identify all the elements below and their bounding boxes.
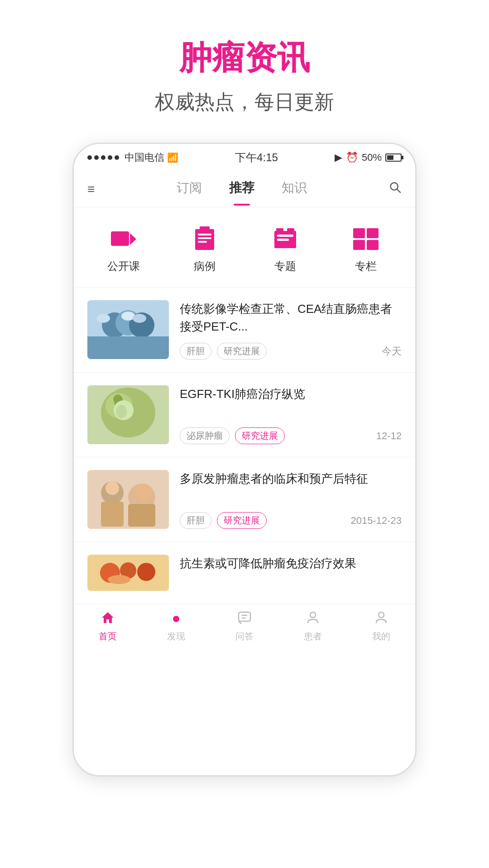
article-thumb-3 xyxy=(87,470,169,529)
tag-gangdan2: 肝胆 xyxy=(180,512,211,529)
category-column-label: 专栏 xyxy=(355,259,377,273)
tag-research2: 研究进展 xyxy=(235,427,285,444)
signal-dot-5 xyxy=(115,155,119,160)
category-open-class-label: 公开课 xyxy=(107,259,140,273)
nav-patient-label: 患者 xyxy=(304,630,322,643)
video-icon xyxy=(108,225,139,253)
nav-discover[interactable]: 发现 xyxy=(142,604,211,649)
article-content-1: 传统影像学检查正常、CEA结直肠癌患者接受PET-C... 肝胆 研究进展 今天 xyxy=(180,300,402,360)
tab-subscribe[interactable]: 订阅 xyxy=(177,179,202,199)
nav-home[interactable]: 首页 xyxy=(74,604,142,649)
category-cases[interactable]: 病例 xyxy=(189,225,221,273)
svg-rect-14 xyxy=(276,228,283,232)
article-item[interactable]: 多原发肿瘤患者的临床和预产后特征 肝胆 研究进展 2015-12-23 xyxy=(74,457,415,542)
discover-dot xyxy=(173,616,179,622)
category-topics-label: 专题 xyxy=(274,259,296,273)
wifi-icon: 📶 xyxy=(167,152,178,163)
svg-rect-37 xyxy=(101,502,124,527)
svg-rect-24 xyxy=(87,336,169,359)
category-column[interactable]: 专栏 xyxy=(350,225,382,273)
tag-research1: 研究进展 xyxy=(217,343,267,360)
category-topics[interactable]: 专题 xyxy=(269,225,301,273)
svg-point-33 xyxy=(116,405,127,418)
svg-marker-46 xyxy=(102,612,114,623)
nav-qa[interactable]: 问答 xyxy=(211,604,279,649)
tag-urinary: 泌尿肿瘤 xyxy=(180,427,230,444)
menu-icon[interactable]: ≡ xyxy=(87,182,95,197)
page-subtitle: 权威热点，每日更新 xyxy=(155,89,334,115)
svg-rect-16 xyxy=(353,228,365,238)
article-title-1: 传统影像学检查正常、CEA结直肠癌患者接受PET-C... xyxy=(180,300,402,336)
nav-discover-label: 发现 xyxy=(167,630,185,643)
location-icon: ▶ xyxy=(335,152,342,163)
discover-icon xyxy=(173,611,179,628)
qa-icon xyxy=(238,611,251,628)
signal-dot-1 xyxy=(87,155,92,160)
svg-rect-8 xyxy=(198,241,207,243)
article-content-4: 抗生素或可降低肿瘤免疫治疗效果 xyxy=(180,555,402,591)
svg-rect-25 xyxy=(96,314,110,323)
svg-point-39 xyxy=(105,481,119,495)
svg-rect-27 xyxy=(133,314,146,323)
carrier-name: 中国电信 xyxy=(125,151,164,164)
nav-items: 订阅 推荐 知识 xyxy=(95,179,389,199)
nav-mine-label: 我的 xyxy=(372,630,390,643)
svg-point-40 xyxy=(136,484,152,500)
search-icon[interactable] xyxy=(389,181,402,197)
signal-dot-3 xyxy=(101,155,105,160)
article-meta-3: 肝胆 研究进展 2015-12-23 xyxy=(180,512,402,529)
patient-icon xyxy=(306,611,320,628)
svg-rect-15 xyxy=(287,228,294,232)
article-meta-2: 泌尿肿瘤 研究进展 12-12 xyxy=(180,427,402,444)
article-date-3: 2015-12-23 xyxy=(350,515,402,527)
svg-line-1 xyxy=(397,189,401,193)
svg-rect-12 xyxy=(277,235,293,237)
svg-point-45 xyxy=(108,575,130,584)
article-thumb-2 xyxy=(87,385,169,444)
article-item[interactable]: 抗生素或可降低肿瘤免疫治疗效果 xyxy=(74,542,415,604)
article-thumb-1 xyxy=(87,300,169,359)
tag-research3: 研究进展 xyxy=(217,512,267,529)
article-date-1: 今天 xyxy=(382,345,402,358)
home-icon xyxy=(101,611,115,628)
page-header: 肿瘤资讯 权威热点，每日更新 xyxy=(155,0,334,134)
svg-rect-4 xyxy=(195,229,214,250)
article-item[interactable]: 传统影像学检查正常、CEA结直肠癌患者接受PET-C... 肝胆 研究进展 今天 xyxy=(74,288,415,373)
page-title: 肿瘤资讯 xyxy=(155,36,334,80)
svg-rect-6 xyxy=(198,234,211,235)
article-content-3: 多原发肿瘤患者的临床和预产后特征 肝胆 研究进展 2015-12-23 xyxy=(180,470,402,529)
category-section: 公开课 病例 xyxy=(74,207,415,288)
bottom-nav: 首页 发现 问答 xyxy=(74,604,415,649)
battery-fill xyxy=(387,155,393,160)
svg-point-52 xyxy=(379,612,384,618)
signal-dots xyxy=(87,155,119,160)
svg-point-44 xyxy=(137,563,155,581)
signal-dot-4 xyxy=(108,155,112,160)
nav-home-label: 首页 xyxy=(99,630,117,643)
svg-rect-19 xyxy=(367,240,379,250)
status-time: 下午4:15 xyxy=(235,150,278,165)
svg-rect-2 xyxy=(111,231,129,246)
svg-rect-18 xyxy=(353,240,365,250)
alarm-icon: ⏰ xyxy=(346,152,358,163)
battery-icon xyxy=(385,153,402,162)
category-open-class[interactable]: 公开课 xyxy=(107,225,140,273)
tab-recommend[interactable]: 推荐 xyxy=(229,179,254,199)
article-list: 传统影像学检查正常、CEA结直肠癌患者接受PET-C... 肝胆 研究进展 今天 xyxy=(74,288,415,604)
nav-mine[interactable]: 我的 xyxy=(347,604,415,649)
article-item[interactable]: EGFR-TKI肺癌治疗纵览 泌尿肿瘤 研究进展 12-12 xyxy=(74,373,415,457)
signal-dot-2 xyxy=(94,155,99,160)
battery-percent: 50% xyxy=(362,152,382,163)
svg-rect-9 xyxy=(200,226,210,231)
svg-marker-3 xyxy=(130,233,136,245)
svg-rect-13 xyxy=(277,239,289,241)
tab-knowledge[interactable]: 知识 xyxy=(282,179,307,199)
svg-rect-7 xyxy=(198,237,211,239)
nav-tabs: ≡ 订阅 推荐 知识 xyxy=(74,171,415,207)
nav-patient[interactable]: 患者 xyxy=(278,604,347,649)
tag-gangdan: 肝胆 xyxy=(180,343,211,360)
article-meta-1: 肝胆 研究进展 今天 xyxy=(180,343,402,360)
svg-point-0 xyxy=(391,183,398,190)
article-title-4: 抗生素或可降低肿瘤免疫治疗效果 xyxy=(180,555,402,572)
article-title-3: 多原发肿瘤患者的临床和预产后特征 xyxy=(180,470,402,488)
